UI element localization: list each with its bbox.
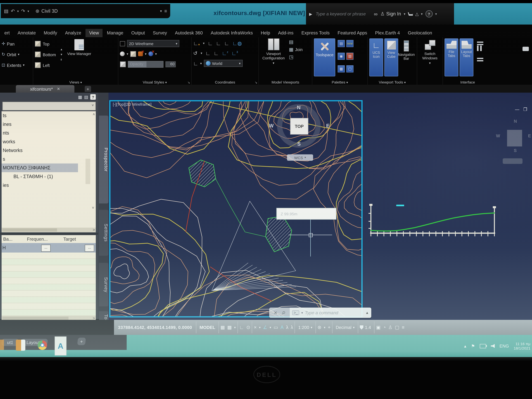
ellipsis-button[interactable]: ... [41, 245, 51, 252]
collapse-arrow-icon[interactable]: ▶ [309, 12, 312, 16]
ucs-icon[interactable]: ∟▴ [193, 40, 200, 46]
workspace-switcher[interactable]: ⊛ Civil 3D [36, 8, 58, 14]
sign-in-button[interactable]: ♙ Sign In [380, 11, 401, 17]
clock-icon[interactable]: ◔ [383, 325, 386, 330]
dialog-launcher-icon[interactable]: ↘ [187, 81, 190, 84]
material-icon[interactable] [130, 51, 136, 57]
lock-ui-icon[interactable] [477, 42, 483, 43]
ucs-zaxis-icon[interactable]: ∟z [222, 50, 228, 56]
view-bottom-button[interactable]: Bottom [35, 49, 56, 60]
restore-icon[interactable]: ❐ [523, 107, 527, 112]
caret-down-icon[interactable]: ▾ [301, 311, 303, 315]
active-drawing-view-dropdown[interactable]: ˅ [2, 102, 96, 110]
ucs-object-icon[interactable]: ∟ [224, 40, 229, 46]
ribbon-tab-11[interactable]: Add-ins [274, 29, 297, 37]
ucs-world-icon[interactable]: ∟ [216, 40, 221, 46]
tree-item-3[interactable]: works [2, 137, 96, 146]
preview-icon[interactable]: ▤ [84, 95, 88, 100]
annotation-scale-control[interactable]: 1:200▾ [295, 321, 316, 333]
polar-icon[interactable]: ⊙ [246, 325, 250, 330]
camera-icon[interactable] [522, 47, 529, 51]
ucs-z-icon[interactable]: ∟ [214, 50, 219, 56]
wcs-menu-dim[interactable] [503, 158, 522, 164]
caret-down-icon[interactable]: ▾ [421, 12, 423, 16]
navigation-bar-toggle[interactable]: Navigation Bar [399, 38, 413, 76]
ucs-view-icon[interactable]: ∟ [193, 60, 198, 66]
file-tab-active[interactable]: xifcontours*✕ [16, 85, 74, 93]
ribbon-tab-3[interactable]: Analyze [62, 29, 85, 37]
add-layout-button[interactable]: + [77, 338, 86, 345]
shield-icon[interactable] [360, 325, 363, 329]
scroll-down-icon[interactable]: ˅ [92, 205, 94, 210]
sheet-icon[interactable]: ▤ [4, 8, 8, 14]
caret-down-icon[interactable]: ▾ [259, 326, 261, 329]
exchange-icon[interactable]: △ [415, 11, 418, 17]
viewcube-south-dim[interactable]: S [514, 148, 517, 153]
ucs-x-icon[interactable]: ↺ [193, 50, 197, 56]
monitor-icon[interactable]: ▢ [346, 65, 354, 72]
camera-icon[interactable]: ◉ [338, 53, 345, 60]
layout-tabs-toggle[interactable]: Layout Tabs [460, 38, 473, 76]
survey-db-icon[interactable]: ▤ [338, 40, 345, 47]
visual-style-dropdown[interactable]: 2D Wireframe▾ [127, 40, 179, 47]
ucs-named-icon[interactable]: ∟ [208, 40, 213, 46]
help-icon[interactable]: ? [90, 94, 96, 100]
ribbon-tab-9[interactable]: Autodesk InfraWorks [207, 29, 256, 37]
language-indicator[interactable]: ENG [500, 344, 509, 348]
orbit-button[interactable]: ↻Orbit ▾ [2, 49, 31, 60]
viewport-plan[interactable]: [-][Top][2D Wireframe] N W E S TOP WCS▾ … [109, 100, 363, 317]
annot-auto-icon[interactable]: λ [291, 325, 293, 330]
extents-button[interactable]: ⊡Extents ▾ [2, 60, 31, 70]
isodraft-icon[interactable]: × [254, 325, 257, 330]
columns-icon[interactable] [477, 45, 479, 51]
minimize-icon[interactable]: — [515, 107, 519, 112]
caret-down-icon[interactable]: ▾ [27, 9, 29, 13]
toolbox-icon[interactable]: ▥ [346, 53, 354, 60]
palettes-panel-label[interactable]: Palettes ▾ [312, 80, 367, 84]
scroll-up-icon[interactable]: ▲ [60, 48, 63, 51]
switch-windows-button[interactable]: Switch Windows▾ [419, 40, 441, 65]
visual-styles-panel-label[interactable]: Visual Styles ▾ [118, 80, 191, 84]
redo-icon[interactable]: ↷ [21, 8, 25, 14]
viewport-profile[interactable]: N W E S — ❐ [364, 93, 532, 320]
close-icon[interactable]: ✕ [274, 310, 278, 315]
view-top-button[interactable]: Top [35, 38, 56, 49]
command-line[interactable]: ✕ ⚲ >_ ▾ Type a command ▲ [269, 308, 371, 318]
overlap-icon[interactable] [477, 58, 483, 59]
tree-scrollbar[interactable] [86, 159, 90, 184]
caret-down-icon[interactable]: ▾ [17, 9, 19, 13]
user2-icon[interactable]: ♙ [388, 325, 393, 330]
ribbon-tab-7[interactable]: Survey [149, 29, 171, 37]
caret-down-icon[interactable]: ▾ [404, 12, 405, 16]
tab-prospector[interactable]: Prospector [99, 116, 108, 203]
ribbon-tab-0[interactable]: ert [1, 29, 13, 37]
ribbon-tab-6[interactable]: Output [128, 29, 149, 37]
tab-survey[interactable]: Survey [99, 263, 108, 306]
sphere-icon[interactable] [120, 51, 125, 56]
scroll-down-icon[interactable]: ▼ [60, 53, 63, 56]
caret-down-icon[interactable]: ▾ [234, 326, 236, 329]
ellipsis-button[interactable]: ... [85, 245, 94, 252]
tree-item-4[interactable]: Networks [2, 146, 96, 155]
viewport-configuration-button[interactable]: Viewport Configuration▾ [260, 38, 287, 65]
viewcube-east[interactable]: E [326, 123, 329, 129]
snap-grid-icon[interactable]: ▩ [227, 325, 232, 330]
tree-hscrollbar[interactable]: > [2, 228, 96, 232]
caret-down-icon[interactable]: ▾ [435, 12, 437, 16]
ucs-icon-toggle[interactable]: ∟ UCS Icon [369, 38, 383, 76]
clock[interactable]: 11:16 πμ 18/1/2021 [514, 342, 530, 350]
no-shadows-icon[interactable] [148, 51, 153, 56]
viewcube-top-face[interactable]: TOP [290, 118, 308, 135]
named-viewport-icon[interactable]: ▤ [289, 39, 303, 45]
volume-icon[interactable] [491, 344, 495, 348]
units-control[interactable]: Decimal▾ [332, 321, 358, 333]
new-drawing-tab-button[interactable]: + [85, 86, 91, 92]
toolspace-button[interactable]: Toolspace [314, 38, 335, 76]
undo-icon[interactable]: ↶ [11, 8, 15, 14]
dyn-input-icon[interactable]: ▭ [273, 325, 278, 330]
command-prompt-icon[interactable]: >_ [292, 310, 299, 315]
customize-icon[interactable]: ⚲ [281, 310, 287, 316]
autocad-taskbar-icon[interactable]: A [55, 336, 66, 355]
history-up-icon[interactable]: ▲ [365, 311, 369, 315]
plus-icon[interactable]: + [328, 325, 330, 330]
